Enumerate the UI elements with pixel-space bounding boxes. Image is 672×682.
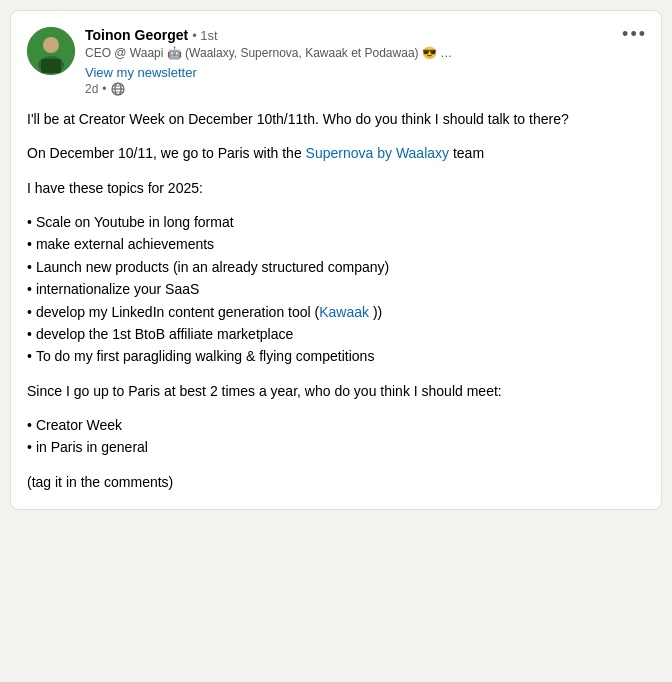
bullet-item: • in Paris in general — [27, 436, 645, 458]
author-title: CEO @ Waapi 🤖 (Waalaxy, Supernova, Kawaa… — [85, 45, 645, 62]
bullet-item: • make external achievements — [27, 233, 645, 255]
avatar[interactable] — [27, 27, 75, 75]
post-time: 2d — [85, 82, 98, 96]
connection-badge: • 1st — [192, 28, 218, 43]
bullet-item: • develop the 1st BtoB affiliate marketp… — [27, 323, 645, 345]
globe-icon — [111, 82, 125, 96]
newsletter-row: View my newsletter — [85, 65, 645, 80]
supernova-link[interactable]: Supernova by Waalaxy — [306, 145, 449, 161]
bullet-list-2: • Creator Week • in Paris in general — [27, 414, 645, 459]
author-info: Toinon Georget • 1st CEO @ Waapi 🤖 (Waal… — [85, 27, 645, 96]
author-name[interactable]: Toinon Georget — [85, 27, 188, 43]
paragraph-2: On December 10/11, we go to Paris with t… — [27, 142, 645, 164]
post-header: Toinon Georget • 1st CEO @ Waapi 🤖 (Waal… — [27, 27, 645, 96]
bullet-item: • Creator Week — [27, 414, 645, 436]
more-options-button[interactable]: ••• — [622, 25, 647, 43]
author-name-row: Toinon Georget • 1st — [85, 27, 645, 43]
paragraph-2-before: On December 10/11, we go to Paris with t… — [27, 145, 306, 161]
paragraph-3-intro: I have these topics for 2025: — [27, 177, 645, 199]
bullet-list-1: • Scale on Youtube in long format • make… — [27, 211, 645, 368]
kawaak-link[interactable]: Kawaak — [319, 304, 369, 320]
post-content: I'll be at Creator Week on December 10th… — [27, 108, 645, 493]
newsletter-link[interactable]: View my newsletter — [85, 65, 197, 80]
separator: • — [102, 82, 106, 96]
bullet-item: • develop my LinkedIn content generation… — [27, 301, 645, 323]
paragraph-1: I'll be at Creator Week on December 10th… — [27, 108, 645, 130]
post-card: ••• Toinon Georget • 1st CEO @ Waapi 🤖 (… — [10, 10, 662, 510]
paragraph-2-after: team — [449, 145, 484, 161]
paragraph-4: Since I go up to Paris at best 2 times a… — [27, 380, 645, 402]
svg-point-1 — [43, 37, 59, 53]
bullet-item: • Scale on Youtube in long format — [27, 211, 645, 233]
time-row: 2d • — [85, 82, 645, 96]
svg-rect-3 — [41, 59, 61, 73]
bullet-item: • To do my first paragliding walking & f… — [27, 345, 645, 367]
bullet-item: • Launch new products (in an already str… — [27, 256, 645, 278]
bullet-item: • internationalize your SaaS — [27, 278, 645, 300]
paragraph-5: (tag it in the comments) — [27, 471, 645, 493]
